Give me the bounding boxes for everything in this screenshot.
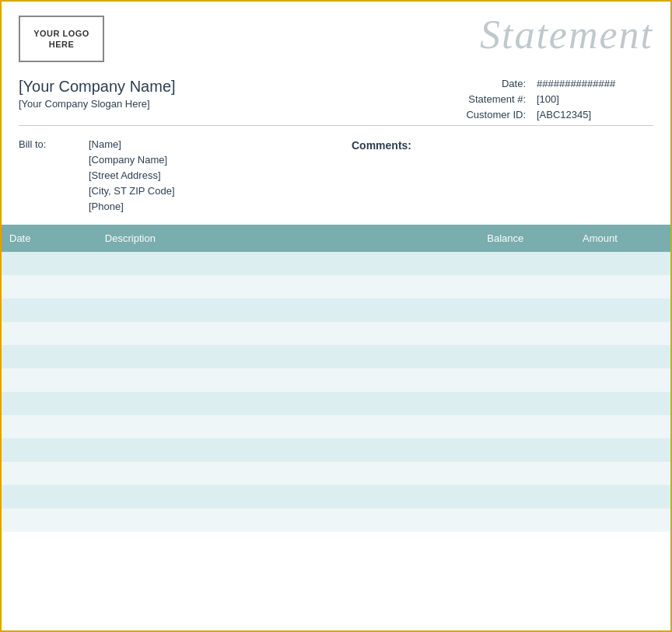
bill-to-address: [Street Address]	[89, 169, 175, 181]
bill-to-company: [Company Name]	[89, 154, 175, 166]
table-row	[2, 322, 670, 345]
cell-description	[97, 322, 479, 345]
cell-amount	[575, 275, 670, 299]
table-row	[2, 462, 670, 485]
cell-amount	[575, 368, 670, 392]
cell-description	[97, 392, 479, 415]
cell-description	[97, 508, 479, 532]
cell-description	[97, 275, 479, 299]
statement-title: Statement	[480, 12, 653, 58]
cell-amount	[575, 299, 670, 322]
cell-date	[2, 485, 97, 508]
table-row	[2, 392, 670, 415]
table-row	[2, 438, 670, 462]
cell-balance	[479, 368, 575, 392]
cell-description	[97, 299, 479, 322]
cell-description	[97, 462, 479, 485]
cell-balance	[479, 485, 575, 508]
table-row	[2, 275, 670, 299]
comments-section: Comments:	[320, 138, 653, 212]
cell-date	[2, 392, 97, 415]
logo-text: YOUR LOGO HERE	[33, 28, 89, 51]
bill-to-section: Bill to: [Name] [Company Name] [Street A…	[19, 138, 320, 212]
cell-amount	[575, 252, 670, 275]
cell-amount	[575, 345, 670, 368]
bill-to-name: [Name]	[89, 138, 175, 150]
table-row	[2, 252, 670, 275]
statement-table: Date Description Balance Amount	[2, 225, 670, 532]
cell-balance	[479, 275, 575, 299]
company-right: Date: ############## Statement #: [100] …	[451, 78, 653, 120]
table-body	[2, 252, 670, 532]
cell-balance	[479, 299, 575, 322]
customer-row: Customer ID: [ABC12345]	[451, 109, 653, 120]
customer-value: [ABC12345]	[537, 109, 591, 120]
logo-box: YOUR LOGO HERE	[19, 16, 104, 62]
cell-description	[97, 415, 479, 438]
statement-row: Statement #: [100]	[451, 93, 653, 105]
cell-amount	[575, 392, 670, 415]
cell-balance	[479, 252, 575, 275]
cell-date	[2, 462, 97, 485]
cell-description	[97, 368, 479, 392]
cell-balance	[479, 345, 575, 368]
cell-amount	[575, 322, 670, 345]
date-row: Date: ##############	[451, 78, 653, 89]
col-header-amount: Amount	[575, 225, 670, 252]
cell-date	[2, 508, 97, 532]
col-header-description: Description	[97, 225, 479, 252]
cell-amount	[575, 438, 670, 462]
bill-to-phone: [Phone]	[89, 201, 175, 212]
table-header: Date Description Balance Amount	[2, 225, 670, 252]
date-label: Date:	[451, 78, 537, 89]
cell-balance	[479, 438, 575, 462]
cell-description	[97, 485, 479, 508]
table-row	[2, 485, 670, 508]
table-row	[2, 368, 670, 392]
bill-to-city: [City, ST ZIP Code]	[89, 185, 175, 197]
col-header-balance: Balance	[479, 225, 575, 252]
cell-description	[97, 252, 479, 275]
cell-balance	[479, 322, 575, 345]
bill-to-label: Bill to:	[19, 138, 89, 212]
cell-balance	[479, 392, 575, 415]
company-name: [Your Company Name]	[19, 78, 176, 96]
customer-label: Customer ID:	[451, 109, 537, 120]
date-value: ##############	[537, 78, 615, 89]
cell-date	[2, 415, 97, 438]
bill-to-content: [Name] [Company Name] [Street Address] […	[89, 138, 175, 212]
table-row	[2, 415, 670, 438]
header-section: YOUR LOGO HERE Statement	[2, 2, 670, 70]
cell-amount	[575, 485, 670, 508]
cell-amount	[575, 508, 670, 532]
cell-balance	[479, 508, 575, 532]
table-row	[2, 345, 670, 368]
table-row	[2, 299, 670, 322]
page: YOUR LOGO HERE Statement [Your Company N…	[0, 0, 672, 632]
cell-description	[97, 345, 479, 368]
cell-balance	[479, 415, 575, 438]
company-info-section: [Your Company Name] [Your Company Slogan…	[2, 70, 670, 125]
bill-comments-section: Bill to: [Name] [Company Name] [Street A…	[2, 126, 670, 225]
cell-date	[2, 252, 97, 275]
cell-date	[2, 299, 97, 322]
cell-date	[2, 438, 97, 462]
cell-description	[97, 438, 479, 462]
cell-date	[2, 275, 97, 299]
cell-amount	[575, 415, 670, 438]
col-header-date: Date	[2, 225, 97, 252]
cell-date	[2, 322, 97, 345]
statement-value: [100]	[537, 93, 559, 105]
table-row	[2, 508, 670, 532]
cell-date	[2, 368, 97, 392]
cell-amount	[575, 462, 670, 485]
company-slogan: [Your Company Slogan Here]	[19, 98, 176, 110]
cell-date	[2, 345, 97, 368]
statement-label: Statement #:	[451, 93, 537, 105]
cell-balance	[479, 462, 575, 485]
comments-label: Comments:	[352, 139, 411, 152]
company-left: [Your Company Name] [Your Company Slogan…	[19, 78, 176, 110]
